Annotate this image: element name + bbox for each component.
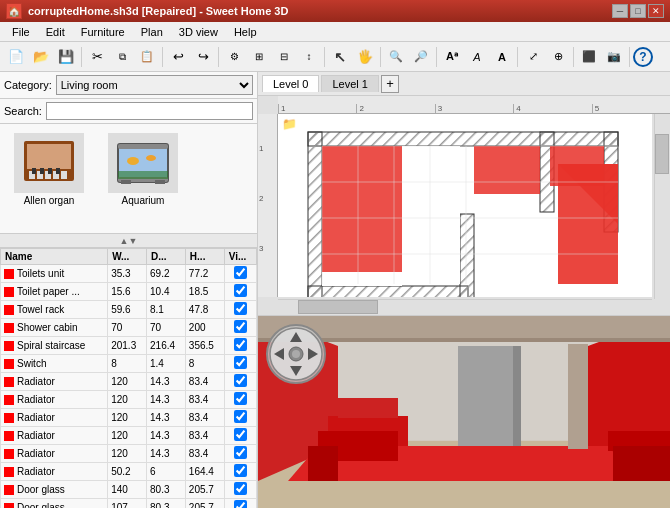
menu-3dview[interactable]: 3D view [171, 24, 226, 40]
furniture-name-aquarium: Aquarium [122, 195, 165, 206]
toolbar-btn-4[interactable]: ⊞ [247, 45, 271, 69]
hand-tool[interactable]: 🖐 [353, 45, 377, 69]
toolbar-sep-9 [629, 47, 630, 67]
search-input[interactable] [46, 102, 253, 120]
new-button[interactable]: 📄 [4, 45, 28, 69]
close-button[interactable]: ✕ [648, 4, 664, 18]
table-row[interactable]: Spiral staircase 201.3 216.4 356.5 [1, 337, 257, 355]
svg-rect-28 [474, 146, 540, 194]
furniture-table-container[interactable]: Name W... D... H... Vi... Toilets unit 3… [0, 248, 257, 508]
table-row[interactable]: Switch 8 1.4 8 [1, 355, 257, 373]
cell-w: 120 [108, 409, 147, 427]
tab-level-1[interactable]: Level 1 [321, 75, 378, 92]
table-row[interactable]: Radiator 120 14.3 83.4 [1, 427, 257, 445]
cell-h: 8 [185, 355, 224, 373]
minimize-button[interactable]: ─ [612, 4, 628, 18]
zoom-in-button[interactable]: 🔍 [384, 45, 408, 69]
svg-rect-23 [308, 286, 468, 297]
tab-level-0[interactable]: Level 0 [262, 75, 319, 92]
cell-name: Toilets unit [1, 265, 108, 283]
table-row[interactable]: Door glass 140 80.3 205.7 [1, 481, 257, 499]
col-name: Name [1, 249, 108, 265]
cell-d: 14.3 [147, 373, 186, 391]
furniture-table: Name W... D... H... Vi... Toilets unit 3… [0, 248, 257, 508]
cell-name: Door glass [1, 499, 108, 509]
table-row[interactable]: Radiator 50.2 6 164.4 [1, 463, 257, 481]
font-button[interactable]: A [465, 45, 489, 69]
cell-visible[interactable] [224, 337, 256, 355]
menu-bar: File Edit Furniture Plan 3D view Help [0, 22, 670, 42]
ruler-mark-2: 2 [356, 104, 434, 113]
cell-visible[interactable] [224, 373, 256, 391]
horizontal-scrollbar[interactable] [278, 299, 652, 315]
bold-button[interactable]: A [490, 45, 514, 69]
menu-help[interactable]: Help [226, 24, 265, 40]
cell-h: 83.4 [185, 445, 224, 463]
svg-point-15 [127, 157, 139, 165]
add-level-button[interactable]: + [381, 75, 399, 93]
menu-furniture[interactable]: Furniture [73, 24, 133, 40]
category-select[interactable]: Living room Bathroom Bedroom Kitchen [56, 75, 253, 95]
cell-visible[interactable] [224, 499, 256, 509]
cell-d: 14.3 [147, 391, 186, 409]
table-row[interactable]: Radiator 120 14.3 83.4 [1, 409, 257, 427]
svg-point-16 [146, 155, 156, 161]
menu-file[interactable]: File [4, 24, 38, 40]
cell-h: 200 [185, 319, 224, 337]
toolbar-btn-5[interactable]: ⊟ [272, 45, 296, 69]
left-panel: Category: Living room Bathroom Bedroom K… [0, 72, 258, 508]
organ-svg [19, 136, 79, 191]
text-style-button[interactable]: Aᵃ [440, 45, 464, 69]
cell-visible[interactable] [224, 283, 256, 301]
table-row[interactable]: Toilet paper ... 15.6 10.4 18.5 [1, 283, 257, 301]
zoom-fit-button[interactable]: ⤢ [521, 45, 545, 69]
cell-visible[interactable] [224, 445, 256, 463]
table-row[interactable]: Radiator 120 14.3 83.4 [1, 373, 257, 391]
nav-arrows-svg [268, 326, 324, 382]
cell-visible[interactable] [224, 355, 256, 373]
menu-plan[interactable]: Plan [133, 24, 171, 40]
table-row[interactable]: Radiator 120 14.3 83.4 [1, 391, 257, 409]
furniture-settings-button[interactable]: ⚙ [222, 45, 246, 69]
col-d: D... [147, 249, 186, 265]
vertical-scrollbar[interactable] [654, 114, 670, 299]
paste-button[interactable]: 📋 [135, 45, 159, 69]
cut-button[interactable]: ✂ [85, 45, 109, 69]
table-row[interactable]: Door glass 107 80.3 205.7 [1, 499, 257, 509]
navigation-control[interactable] [266, 324, 326, 384]
undo-button[interactable]: ↩ [166, 45, 190, 69]
cell-w: 50.2 [108, 463, 147, 481]
maximize-button[interactable]: □ [630, 4, 646, 18]
category-row: Category: Living room Bathroom Bedroom K… [0, 72, 257, 99]
table-row[interactable]: Toilets unit 35.3 69.2 77.2 [1, 265, 257, 283]
furniture-item-aquarium[interactable]: Aquarium [98, 128, 188, 229]
cell-name: Radiator [1, 463, 108, 481]
table-row[interactable]: Towel rack 59.6 8.1 47.8 [1, 301, 257, 319]
table-row[interactable]: Radiator 120 14.3 83.4 [1, 445, 257, 463]
open-button[interactable]: 📂 [29, 45, 53, 69]
zoom-level-button[interactable]: ⊕ [546, 45, 570, 69]
cell-visible[interactable] [224, 319, 256, 337]
cell-visible[interactable] [224, 427, 256, 445]
gallery-scroll-indicator[interactable]: ▲▼ [0, 234, 257, 248]
redo-button[interactable]: ↪ [191, 45, 215, 69]
copy-button[interactable]: ⧉ [110, 45, 134, 69]
cell-visible[interactable] [224, 481, 256, 499]
help-button[interactable]: ? [633, 47, 653, 67]
cell-visible[interactable] [224, 463, 256, 481]
furniture-item-organ[interactable]: Allen organ [4, 128, 94, 229]
zoom-out-button[interactable]: 🔎 [409, 45, 433, 69]
menu-edit[interactable]: Edit [38, 24, 73, 40]
cell-w: 120 [108, 427, 147, 445]
camera-button[interactable]: 📷 [602, 45, 626, 69]
cell-visible[interactable] [224, 391, 256, 409]
select-tool[interactable]: ↖ [328, 45, 352, 69]
cell-visible[interactable] [224, 409, 256, 427]
cell-visible[interactable] [224, 301, 256, 319]
view3d-button[interactable]: ⬛ [577, 45, 601, 69]
toolbar-btn-6[interactable]: ↕ [297, 45, 321, 69]
cell-visible[interactable] [224, 265, 256, 283]
floor-plan-canvas[interactable]: 📁 [278, 114, 652, 297]
save-button[interactable]: 💾 [54, 45, 78, 69]
table-row[interactable]: Shower cabin 70 70 200 [1, 319, 257, 337]
